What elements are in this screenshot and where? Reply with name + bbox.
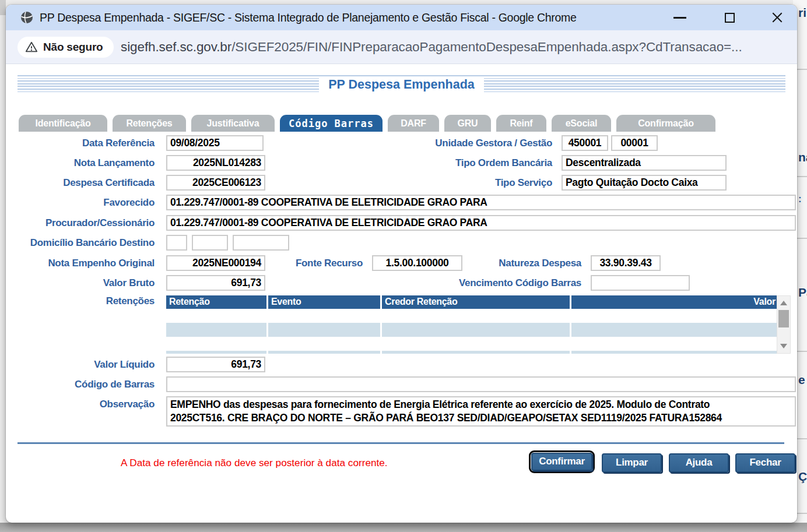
limpar-button[interactable]: Limpar xyxy=(602,453,662,473)
label-retencoes: Retenções xyxy=(15,294,155,308)
input-data-referencia[interactable]: 09/08/2025 xyxy=(166,135,264,151)
input-gestao[interactable]: 00001 xyxy=(611,135,658,151)
retencoes-table: Retenção Evento Credor Retenção Valor xyxy=(166,295,791,354)
background-divider xyxy=(797,69,807,70)
title-banner: PP Despesa Empenhada xyxy=(17,75,785,94)
label-tipo-ordem-bancaria: Tipo Ordem Bancária xyxy=(377,155,552,171)
input-domicilio-agencia[interactable] xyxy=(192,235,228,251)
background-taskbar-edge xyxy=(0,523,807,532)
fechar-button[interactable]: Fechar xyxy=(735,453,795,473)
tab-codigo-barras[interactable]: Código Barras xyxy=(280,115,383,132)
url-domain: sigefh.sef.sc.gov.br xyxy=(121,40,231,54)
column-header-credor-retencao[interactable]: Credor Retenção xyxy=(382,295,570,309)
tab-darf[interactable]: DARF xyxy=(388,115,439,132)
label-valor-bruto: Valor Bruto xyxy=(15,275,155,291)
background-text-fragment: na xyxy=(798,150,807,164)
table-scrollbar[interactable] xyxy=(777,295,791,354)
background-divider xyxy=(797,176,807,177)
label-unidade-gestora: Unidade Gestora / Gestão xyxy=(377,135,552,151)
background-divider xyxy=(797,238,807,239)
table-row-empty xyxy=(166,337,777,351)
label-codigo-de-barras: Código de Barras xyxy=(15,376,155,392)
textarea-observacao[interactable]: EMPENHO das despesas para fornecimento d… xyxy=(166,396,796,427)
window-title: PP Despesa Empenhada - SIGEF/SC - Sistem… xyxy=(40,5,577,30)
tab-esocial[interactable]: eSocial xyxy=(552,115,611,132)
scroll-up-arrow-icon[interactable] xyxy=(780,301,787,305)
label-domicilio-bancario-destino: Domicílio Bancário Destino xyxy=(9,235,155,251)
input-nota-lancamento[interactable]: 2025NL014283 xyxy=(166,155,265,171)
url-text[interactable]: sigefh.sef.sc.gov.br/SIGEF2025/FIN/FINPr… xyxy=(121,30,742,64)
input-natureza-despesa[interactable]: 33.90.39.43 xyxy=(591,255,661,271)
input-valor-bruto[interactable]: 691,73 xyxy=(166,275,265,291)
tab-reinf[interactable]: Reinf xyxy=(496,115,546,132)
security-badge[interactable]: Não seguro xyxy=(17,37,114,58)
warning-icon xyxy=(25,41,38,54)
scrollbar-thumb[interactable] xyxy=(778,310,789,327)
label-favorecido: Favorecido xyxy=(15,195,155,210)
retencoes-table-header: Retenção Evento Credor Retenção Valor xyxy=(166,295,777,309)
label-tipo-servico: Tipo Serviço xyxy=(377,175,552,191)
minimize-button[interactable] xyxy=(673,17,686,19)
address-bar: Não seguro sigefh.sef.sc.gov.br/SIGEF202… xyxy=(6,30,797,64)
input-tipo-ordem-bancaria[interactable]: Descentralizada xyxy=(562,155,727,171)
tab-identificacao[interactable]: Identificação xyxy=(19,115,107,132)
table-row-empty xyxy=(166,323,777,337)
label-natureza-despesa: Natureza Despesa xyxy=(482,255,581,271)
input-nota-empenho-original[interactable]: 2025NE000194 xyxy=(166,255,265,271)
background-divider xyxy=(797,351,807,352)
tab-confirmacao[interactable]: Confirmação xyxy=(616,115,715,132)
label-despesa-certificada: Despesa Certificada xyxy=(15,175,155,191)
table-row-empty xyxy=(166,309,777,323)
column-header-valor[interactable]: Valor xyxy=(571,295,777,309)
validation-error-message: A Data de referência não deve ser poster… xyxy=(121,453,388,473)
scroll-down-arrow-icon[interactable] xyxy=(780,344,787,348)
background-text-fragment: Ç xyxy=(798,470,807,484)
window-titlebar[interactable]: PP Despesa Empenhada - SIGEF/SC - Sistem… xyxy=(6,5,797,30)
label-valor-liquido: Valor Líquido xyxy=(15,357,155,372)
input-codigo-de-barras[interactable] xyxy=(166,376,796,392)
tab-justificativa[interactable]: Justificativa xyxy=(191,115,275,132)
background-text-fragment: e xyxy=(798,373,805,387)
input-tipo-servico[interactable]: Pagto Quitação Docto Caixa xyxy=(562,175,727,191)
confirm-button-focus-ring: Confirmar xyxy=(529,450,595,473)
url-path: /SIGEF2025/FIN/FINPreparacaoPagamentoDes… xyxy=(231,40,742,54)
security-badge-label: Não seguro xyxy=(43,41,103,54)
input-vencimento-codigo-barras[interactable] xyxy=(591,275,690,291)
label-nota-empenho-original: Nota Empenho Original xyxy=(15,255,155,271)
tab-bar: Identificação Retenções Justificativa Có… xyxy=(19,115,715,132)
background-edge xyxy=(0,0,6,15)
footer-separator xyxy=(17,442,784,444)
input-procurador-cessionario[interactable]: 01.229.747/0001-89 COOPERATIVA DE ELETRI… xyxy=(166,215,796,231)
site-favicon-icon xyxy=(20,10,34,24)
tab-retencoes[interactable]: Retenções xyxy=(113,115,186,132)
maximize-button[interactable] xyxy=(725,13,735,23)
background-text-fragment: Pa xyxy=(798,286,807,300)
close-button[interactable] xyxy=(771,11,784,24)
column-header-retencao[interactable]: Retenção xyxy=(166,295,266,309)
input-despesa-certificada[interactable]: 2025CE006123 xyxy=(166,175,265,191)
background-text-fragment: : xyxy=(798,193,802,205)
input-fonte-recurso[interactable]: 1.5.00.100000 xyxy=(372,255,462,271)
chrome-popup-window: PP Despesa Empenhada - SIGEF/SC - Sistem… xyxy=(6,5,797,523)
input-domicilio-banco[interactable] xyxy=(166,235,187,251)
table-row-empty xyxy=(166,351,777,354)
input-unidade-gestora[interactable]: 450001 xyxy=(562,135,608,151)
label-nota-lancamento: Nota Lançamento xyxy=(15,155,155,171)
ajuda-button[interactable]: Ajuda xyxy=(669,453,729,473)
input-valor-liquido[interactable]: 691,73 xyxy=(166,357,265,372)
tab-gru[interactable]: GRU xyxy=(444,115,491,132)
label-fonte-recurso: Fonte Recurso xyxy=(275,255,363,271)
input-favorecido[interactable]: 01.229.747/0001-89 COOPERATIVA DE ELETRI… xyxy=(166,195,796,210)
label-observacao: Observação xyxy=(15,396,155,412)
column-header-evento[interactable]: Evento xyxy=(268,295,380,309)
label-vencimento-codigo-barras: Vencimento Código Barras xyxy=(437,275,581,291)
input-domicilio-conta[interactable] xyxy=(233,235,289,251)
label-procurador-cessionario: Procurador/Cessionário xyxy=(15,215,155,231)
background-divider xyxy=(797,438,807,439)
confirmar-button[interactable]: Confirmar xyxy=(531,453,592,471)
background-text-fragment: ri xyxy=(798,6,806,20)
background-divider xyxy=(797,513,807,514)
label-data-referencia: Data Referência xyxy=(15,135,155,151)
page-title: PP Despesa Empenhada xyxy=(319,77,484,93)
